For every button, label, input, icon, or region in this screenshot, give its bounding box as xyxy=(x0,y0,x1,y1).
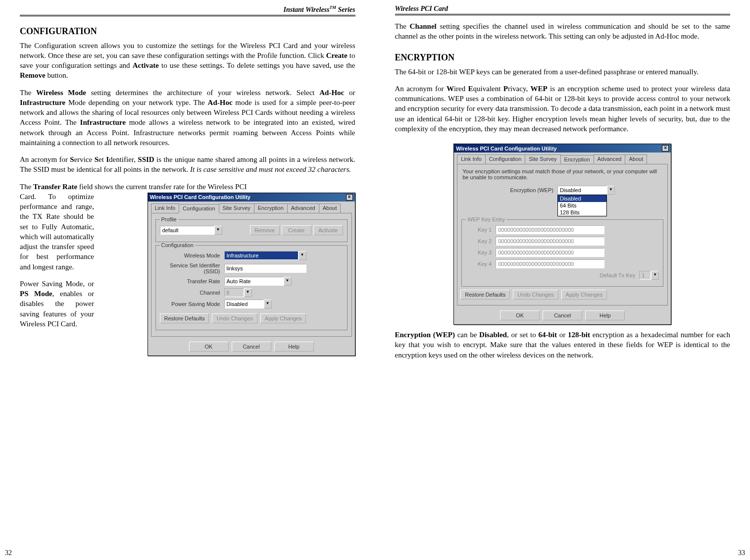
body-paragraph: The Wireless Mode setting determines the… xyxy=(20,88,355,148)
label-encryption: Encryption (WEP) xyxy=(510,187,557,193)
config-dialog: Wireless PCI Card Configuration Utility … xyxy=(148,193,355,356)
body-paragraph: The 64-bit or 128-bit WEP keys can be ge… xyxy=(395,67,731,77)
tab-configuration[interactable]: Configuration xyxy=(485,154,525,164)
group-label: Profile xyxy=(160,216,178,222)
chevron-down-icon[interactable]: ▼ xyxy=(299,251,306,260)
tab-site-survey[interactable]: Site Survey xyxy=(525,154,560,164)
ssid-input[interactable]: linksys xyxy=(224,264,306,273)
label-wireless-mode: Wireless Mode xyxy=(160,253,224,258)
key3-input[interactable]: 0000000000000000000000000 xyxy=(496,248,604,257)
key2-input[interactable]: 0000000000000000000000000 xyxy=(496,237,604,246)
create-button[interactable]: Create xyxy=(282,225,311,235)
tab-site-survey[interactable]: Site Survey xyxy=(219,204,254,213)
label-channel: Channel xyxy=(160,290,224,296)
key1-input[interactable]: 0000000000000000000000000 xyxy=(496,225,604,234)
body-paragraph: The Transfer Rate field shows the curren… xyxy=(20,182,355,192)
encryption-select[interactable]: Disabled ▼ Disabled 64 Bits 128 Bits xyxy=(557,186,615,195)
page-header-right: Wireless PCI Card xyxy=(395,5,731,15)
transfer-rate-select[interactable]: Auto Rate▼ xyxy=(224,277,292,286)
page-header-left: Instant WirelessTM Series xyxy=(20,5,355,16)
header-text: Instant Wireless xyxy=(284,6,330,13)
body-paragraph: An acronym for Service Set Identifier, S… xyxy=(20,154,355,175)
key4-input[interactable]: 0000000000000000000000000 xyxy=(496,259,604,268)
channel-select[interactable]: 6▼ xyxy=(224,288,252,297)
tab-encryption[interactable]: Encryption xyxy=(254,204,288,213)
dialog-titlebar[interactable]: Wireless PCI Card Configuration Utility … xyxy=(148,193,355,202)
ps-mode-select[interactable]: Disabled▼ xyxy=(224,300,272,308)
dropdown-option[interactable]: 128 Bits xyxy=(558,209,606,216)
apply-changes-button[interactable]: Apply Changes xyxy=(561,290,607,300)
close-icon[interactable]: × xyxy=(662,145,669,152)
label-key2: Key 2 xyxy=(466,238,496,244)
tab-encryption[interactable]: Encryption xyxy=(560,155,594,164)
tab-bar: Link Info Configuration Site Survey Encr… xyxy=(454,153,671,164)
close-icon[interactable]: × xyxy=(346,194,353,201)
tab-advanced[interactable]: Advanced xyxy=(594,154,626,164)
tab-about[interactable]: About xyxy=(625,154,647,164)
remove-button[interactable]: Remove xyxy=(250,225,280,235)
label-key1: Key 1 xyxy=(466,227,496,233)
dialog-subtext: Your encryption settings must match thos… xyxy=(460,167,664,183)
tab-link-info[interactable]: Link Info xyxy=(457,154,486,164)
header-text: Wireless PCI Card xyxy=(395,5,449,13)
cancel-button[interactable]: Cancel xyxy=(232,342,271,352)
cancel-button[interactable]: Cancel xyxy=(543,310,582,320)
apply-changes-button[interactable]: Apply Changes xyxy=(260,313,306,323)
tab-configuration[interactable]: Configuration xyxy=(179,204,219,213)
chevron-down-icon[interactable]: ▼ xyxy=(607,186,615,195)
undo-changes-button[interactable]: Undo Changes xyxy=(513,290,558,300)
restore-defaults-button[interactable]: Restore Defaults xyxy=(160,313,209,323)
tab-about[interactable]: About xyxy=(319,204,341,213)
dialog-title: Wireless PCI Card Configuration Utility xyxy=(456,146,556,152)
label-key3: Key 3 xyxy=(466,250,496,255)
page-number: 32 xyxy=(5,549,12,557)
chevron-down-icon[interactable]: ▼ xyxy=(214,226,222,235)
dialog-titlebar[interactable]: Wireless PCI Card Configuration Utility … xyxy=(454,144,671,153)
undo-changes-button[interactable]: Undo Changes xyxy=(212,313,257,323)
body-paragraph: An acronym for Wired Equivalent Privacy,… xyxy=(395,84,731,134)
encryption-dropdown-list[interactable]: Disabled 64 Bits 128 Bits xyxy=(557,195,607,216)
ok-button[interactable]: OK xyxy=(189,342,229,352)
label-transfer-rate: Transfer Rate xyxy=(160,278,224,284)
activate-button[interactable]: Activate xyxy=(313,225,343,235)
default-tx-key-select[interactable]: 1▼ xyxy=(639,271,659,280)
dialog-title: Wireless PCI Card Configuration Utility xyxy=(150,194,250,200)
label-key4: Key 4 xyxy=(466,261,496,267)
group-label: Configuration xyxy=(160,242,195,248)
help-button[interactable]: Help xyxy=(585,310,625,320)
label-default-tx-key: Default Tx Key xyxy=(600,272,639,278)
chevron-down-icon[interactable]: ▼ xyxy=(284,277,292,286)
tab-bar: Link Info Configuration Site Survey Encr… xyxy=(148,202,355,213)
dropdown-option[interactable]: Disabled xyxy=(558,195,606,202)
label-ps-mode: Power Saving Mode xyxy=(160,301,224,307)
body-paragraph: The Channel setting specifies the channe… xyxy=(395,21,731,42)
chevron-down-icon[interactable]: ▼ xyxy=(264,300,272,308)
body-paragraph: Power Saving Mode, or PS Mode, enables o… xyxy=(20,279,94,329)
ok-button[interactable]: OK xyxy=(500,310,540,320)
wep-key-group: WEP Key Entry Key 1000000000000000000000… xyxy=(461,219,663,287)
help-button[interactable]: Help xyxy=(274,342,314,352)
restore-defaults-button[interactable]: Restore Defaults xyxy=(460,290,510,300)
encryption-dialog: Wireless PCI Card Configuration Utility … xyxy=(453,144,671,325)
tab-advanced[interactable]: Advanced xyxy=(287,204,319,213)
body-paragraph: Encryption (WEP) can be Disabled, or set… xyxy=(395,330,731,360)
header-suffix: Series xyxy=(336,6,355,13)
wireless-mode-select[interactable]: Infrastructure▼ xyxy=(224,251,306,260)
trademark: TM xyxy=(330,5,337,10)
section-title-configuration: CONFIGURATION xyxy=(20,26,355,37)
chevron-down-icon[interactable]: ▼ xyxy=(651,271,659,280)
profile-select[interactable]: default ▼ xyxy=(160,226,222,235)
section-title-encryption: ENCRYPTION xyxy=(395,52,731,63)
body-paragraph: Card. To optimize performance and range,… xyxy=(20,192,94,272)
tab-link-info[interactable]: Link Info xyxy=(151,204,180,213)
profile-group: Profile default ▼ Remove Create Activa xyxy=(155,219,348,242)
configuration-group: Configuration Wireless Mode Infrastructu… xyxy=(155,245,348,330)
group-label: WEP Key Entry xyxy=(466,216,506,222)
body-paragraph: The Configuration screen allows you to c… xyxy=(20,41,355,81)
chevron-down-icon[interactable]: ▼ xyxy=(244,288,252,297)
label-ssid: Service Set Identifier (SSID) xyxy=(160,262,224,274)
dropdown-option[interactable]: 64 Bits xyxy=(558,202,606,209)
page-number: 33 xyxy=(738,549,745,557)
